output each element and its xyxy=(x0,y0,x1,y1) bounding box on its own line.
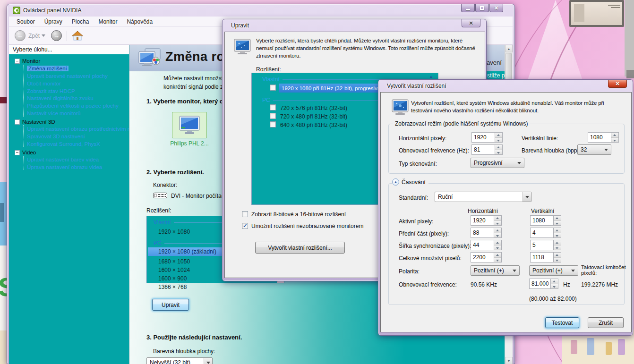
back-button[interactable]: ← xyxy=(15,30,26,41)
spin-up-icon[interactable] xyxy=(494,253,501,258)
spin-down-icon[interactable] xyxy=(554,258,561,262)
spinner-buttons[interactable] xyxy=(551,279,558,289)
resolution-checkbox[interactable] xyxy=(270,85,276,91)
spin-down-icon[interactable] xyxy=(495,150,502,155)
active-pixels-v-input[interactable] xyxy=(530,215,554,226)
spin-down-icon[interactable] xyxy=(551,284,558,289)
minimize-button[interactable] xyxy=(461,4,475,12)
collapse-icon[interactable] xyxy=(15,59,20,64)
spin-down-icon[interactable] xyxy=(611,138,618,143)
spin-down-icon[interactable] xyxy=(494,245,501,250)
spin-up-icon[interactable] xyxy=(554,216,561,221)
scroll-down-button[interactable]: ▼ xyxy=(505,357,513,364)
spin-up-icon[interactable] xyxy=(554,240,561,245)
sync-width-v-input[interactable] xyxy=(530,240,554,250)
monitor-select-tile[interactable] xyxy=(172,112,207,138)
collapse-icon[interactable] xyxy=(15,119,20,125)
resolution-option[interactable]: 1920 × 1080 xyxy=(158,229,190,235)
create-custom-resolution-button[interactable]: Vytvořit vlastní rozlišení... xyxy=(255,242,345,254)
sidebar-item-barvy-videa[interactable]: Upravit nastavení barev videa xyxy=(9,156,129,163)
spin-up-icon[interactable] xyxy=(554,228,561,233)
sidebar-category-video[interactable]: Video xyxy=(9,149,129,156)
spinner-buttons[interactable] xyxy=(554,228,561,238)
maximize-button[interactable] xyxy=(475,4,489,12)
sidebar-item-upravit-obrazu[interactable]: Upravit nastavení obrazu prostřednictvím… xyxy=(9,125,129,133)
spin-up-icon[interactable] xyxy=(494,216,501,221)
active-pixels-h-input[interactable] xyxy=(471,215,494,226)
menu-napoveda[interactable]: Nápověda xyxy=(122,17,157,26)
sidebar-item-otocit-monitor[interactable]: Otočit monitor xyxy=(9,80,129,87)
allow-hidden-checkbox[interactable] xyxy=(242,223,248,229)
resolution-option[interactable]: 720 x 576 při 81Hz (32-bit) xyxy=(280,105,347,111)
spin-down-icon[interactable] xyxy=(494,221,501,226)
spinner-buttons[interactable] xyxy=(554,252,561,262)
forward-button[interactable]: → xyxy=(51,30,62,41)
spinner-buttons[interactable] xyxy=(494,228,502,238)
sidebar-item-zobrazit-hdcp[interactable]: Zobrazit stav HDCP xyxy=(9,87,129,95)
spinner-buttons[interactable] xyxy=(554,215,561,226)
spin-up-icon[interactable] xyxy=(554,253,561,258)
menu-monitor[interactable]: Monitor xyxy=(94,17,122,26)
custom-dialog-titlebar[interactable]: Vytvořit vlastní rozlišení ✕ xyxy=(380,80,631,92)
menu-plocha[interactable]: Plocha xyxy=(67,17,94,26)
show-8bit-label[interactable]: Zobrazit 8-bitové a 16-bitové rozlišení xyxy=(251,211,346,218)
refresh-rate-v-input[interactable] xyxy=(529,279,551,289)
spin-up-icon[interactable] xyxy=(494,228,501,233)
resolution-checkbox[interactable] xyxy=(270,113,276,119)
spinner-buttons[interactable] xyxy=(495,144,503,155)
sidebar-item-spravovat-3d[interactable]: Spravovat 3D nastavení xyxy=(9,133,129,140)
collapse-icon[interactable] xyxy=(15,150,20,155)
spin-down-icon[interactable] xyxy=(554,233,561,238)
color-depth-dropdown[interactable]: 32 xyxy=(577,144,611,155)
spinner-buttons[interactable] xyxy=(495,132,503,143)
spin-down-icon[interactable] xyxy=(554,245,561,250)
sync-width-h-input[interactable] xyxy=(471,240,494,250)
collapse-up-icon[interactable]: ▲ xyxy=(392,178,399,186)
home-icon[interactable] xyxy=(72,30,83,42)
spin-up-icon[interactable] xyxy=(495,133,502,138)
sidebar-item-surround-physx[interactable]: Konfigurovat Surround, PhysX xyxy=(9,140,129,148)
total-pixels-h-input[interactable] xyxy=(471,252,494,262)
color-depth-dropdown[interactable]: Nejvyšší (32 bit) xyxy=(146,357,213,364)
spin-down-icon[interactable] xyxy=(494,233,501,238)
spin-up-icon[interactable] xyxy=(495,145,502,150)
menu-upravy[interactable]: Úpravy xyxy=(40,17,67,26)
spin-up-icon[interactable] xyxy=(551,279,558,284)
timing-section-header[interactable]: ▲ Časování xyxy=(392,178,428,186)
resolution-option[interactable]: 1366 × 768 xyxy=(158,284,187,290)
show-8bit-checkbox[interactable] xyxy=(242,211,248,217)
close-button[interactable]: ✕ xyxy=(489,4,503,12)
spin-down-icon[interactable] xyxy=(495,138,502,143)
sidebar-category-monitor[interactable]: Monitor xyxy=(9,57,129,65)
edit-button[interactable]: Upravit xyxy=(152,299,189,311)
sidebar-item-zmena-rozliseni[interactable]: Změna rozlišení xyxy=(9,65,129,72)
standard-dropdown[interactable]: Ruční xyxy=(435,192,531,202)
resolution-checkbox[interactable] xyxy=(270,121,276,127)
scan-type-dropdown[interactable]: Progresivní xyxy=(471,158,524,168)
spin-down-icon[interactable] xyxy=(494,258,501,262)
resolution-option[interactable]: 640 x 480 při 81Hz (32-bit) xyxy=(280,122,347,128)
front-porch-v-input[interactable] xyxy=(530,228,554,238)
resolution-option[interactable]: 1600 × 1024 xyxy=(158,267,190,273)
spinner-buttons[interactable] xyxy=(494,252,502,262)
resolution-option[interactable]: 1680 × 1050 xyxy=(158,258,190,265)
spin-down-icon[interactable] xyxy=(554,221,561,226)
resolution-option[interactable]: 1600 × 900 xyxy=(158,275,187,282)
resolution-option[interactable]: 720 x 480 při 81Hz (32-bit) xyxy=(280,113,347,120)
polarity-h-dropdown[interactable]: Pozitivní (+) xyxy=(471,265,520,276)
sidebar-item-obraz-videa[interactable]: Úprava nastavení obrazu videa xyxy=(9,163,129,171)
spinner-buttons[interactable] xyxy=(554,240,561,250)
test-button[interactable]: Testovat xyxy=(545,317,579,328)
refresh-hz-input[interactable] xyxy=(471,144,495,155)
sidebar-item-digitalni-zvuk[interactable]: Nastavení digitálního zvuku xyxy=(9,94,129,102)
sidebar-item-upravit-barevne[interactable]: Upravit barevné nastavení plochy xyxy=(9,72,129,80)
close-button[interactable]: ✕ xyxy=(462,19,480,27)
scroll-up-button[interactable]: ▲ xyxy=(505,45,513,52)
main-titlebar[interactable]: Ovládací panel NVIDIA ✕ xyxy=(9,4,513,17)
sidebar-item-prizpusobeni[interactable]: Přizpůsobení velikosti a pozice plochy xyxy=(9,102,129,110)
spinner-buttons[interactable] xyxy=(611,132,619,143)
sidebar-category-nastaveni-3d[interactable]: Nastavení 3D xyxy=(9,118,129,126)
spinner-buttons[interactable] xyxy=(494,240,502,250)
spin-up-icon[interactable] xyxy=(611,133,618,138)
edit-dialog-titlebar[interactable]: Upravit ✕ xyxy=(224,19,484,32)
